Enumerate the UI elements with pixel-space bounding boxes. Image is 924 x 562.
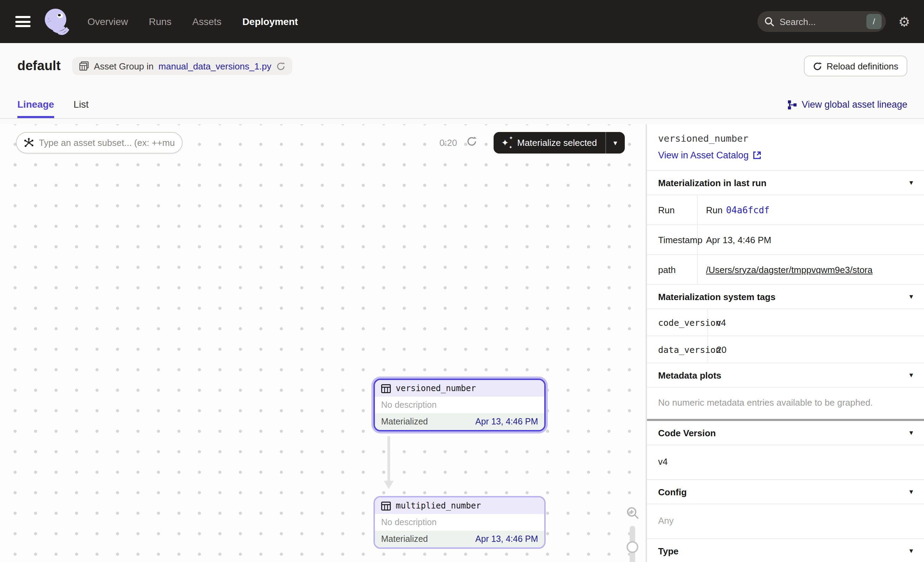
panel-head: versioned_number View in Asset Catalog xyxy=(647,124,924,170)
section-code-version[interactable]: Code Version ▼ xyxy=(647,421,924,445)
materialize-selected-button[interactable]: ✦✦✦ Materialize selected xyxy=(494,132,605,153)
section-title: Metadata plots xyxy=(658,370,721,380)
nav-item-assets[interactable]: Assets xyxy=(192,16,222,27)
asset-node-versioned-number[interactable]: versioned_number No description Material… xyxy=(374,379,546,431)
asset-group-icon xyxy=(80,61,89,71)
top-navbar: Overview Runs Assets Deployment / ⚙ xyxy=(0,0,924,43)
row-value: Run 04a6fcdf xyxy=(698,195,924,224)
graph-refresh-icon[interactable] xyxy=(466,136,477,147)
materialized-timestamp-link[interactable]: Apr 13, 4:46 PM xyxy=(475,534,538,544)
reload-definitions-button[interactable]: Reload definitions xyxy=(804,56,908,77)
row-key: Timestamp xyxy=(647,225,698,254)
section-config[interactable]: Config ▼ xyxy=(647,480,924,503)
chevron-down-icon: ▼ xyxy=(908,293,914,300)
nav-item-overview[interactable]: Overview xyxy=(87,16,128,27)
asset-node-title: versioned_number xyxy=(396,383,476,393)
zoom-slider-handle[interactable] xyxy=(627,541,638,553)
asset-detail-panel: versioned_number View in Asset Catalog M… xyxy=(646,124,924,562)
system-tags-table: code_version v4 data_version 20 xyxy=(647,308,924,363)
config-value: Any xyxy=(647,503,924,538)
reload-icon xyxy=(813,62,822,71)
asset-node-multiplied-number[interactable]: multiplied_number No description Materia… xyxy=(374,496,546,549)
section-system-tags[interactable]: Materialization system tags ▼ xyxy=(647,285,924,308)
view-global-asset-lineage-link[interactable]: View global asset lineage xyxy=(787,99,908,118)
table-icon xyxy=(381,501,391,510)
section-title: Materialization system tags xyxy=(658,292,776,302)
nav-item-runs[interactable]: Runs xyxy=(149,16,171,27)
tabs-row: Lineage List View global asset lineage xyxy=(0,86,924,119)
hamburger-menu-icon[interactable] xyxy=(15,16,30,27)
nav-item-deployment[interactable]: Deployment xyxy=(242,16,298,27)
table-icon xyxy=(381,384,391,393)
page-header: default Asset Group in manual_data_versi… xyxy=(0,43,924,86)
code-version-value: v4 xyxy=(647,445,924,479)
chevron-down-icon: ▼ xyxy=(908,372,914,379)
search-shortcut-badge: / xyxy=(866,14,882,29)
reload-definitions-label: Reload definitions xyxy=(826,61,898,71)
pill-refresh-icon[interactable] xyxy=(276,62,285,71)
section-title: Materialization in last run xyxy=(658,177,766,188)
asset-node-header: versioned_number xyxy=(375,380,544,397)
search-icon xyxy=(764,17,774,26)
table-row-data-version: data_version 20 xyxy=(647,336,924,363)
zoom-in-icon[interactable] xyxy=(626,505,639,520)
section-title: Type xyxy=(658,545,679,556)
table-row-path: path /Users/sryza/dagster/tmppvqwm9e3/st… xyxy=(647,255,924,285)
row-key: data_version xyxy=(647,336,708,363)
asset-node-status-row: Materialized Apr 13, 4:46 PM xyxy=(375,413,544,430)
table-row-run: Run Run 04a6fcdf xyxy=(647,195,924,225)
chevron-down-icon: ▼ xyxy=(908,429,914,436)
refresh-timer: 0:20 xyxy=(440,138,457,148)
asset-node-header: multiplied_number xyxy=(375,497,544,514)
lineage-edge-arrow xyxy=(384,436,394,490)
section-title: Code Version xyxy=(658,428,716,438)
asset-graph-icon xyxy=(24,138,34,148)
table-row-timestamp: Timestamp Apr 13, 4:46 PM xyxy=(647,225,924,255)
section-materialization-last-run[interactable]: Materialization in last run ▼ xyxy=(647,171,924,194)
sparkle-icon: ✦✦✦ xyxy=(502,138,512,148)
settings-gear-icon[interactable]: ⚙ xyxy=(898,15,910,28)
asset-group-file-link[interactable]: manual_data_versions_1.py xyxy=(159,61,272,71)
tab-lineage[interactable]: Lineage xyxy=(17,99,54,118)
run-prefix: Run xyxy=(706,204,723,215)
materialized-label: Materialized xyxy=(381,534,428,544)
section-metadata-plots[interactable]: Metadata plots ▼ xyxy=(647,363,924,387)
section-type[interactable]: Type ▼ xyxy=(647,539,924,562)
run-id-link[interactable]: 04a6fcdf xyxy=(726,204,770,215)
asset-subset-input[interactable] xyxy=(39,138,175,148)
dagster-logo-icon[interactable] xyxy=(42,7,71,36)
asset-subset-filter[interactable] xyxy=(16,132,183,153)
section-title: Config xyxy=(658,487,687,497)
asset-node-status-row: Materialized Apr 13, 4:46 PM xyxy=(375,531,544,547)
materialize-split-button: ✦✦✦ Materialize selected ▼ xyxy=(494,132,625,153)
materialize-dropdown-button[interactable]: ▼ xyxy=(605,132,625,153)
asset-node-title: multiplied_number xyxy=(396,501,481,511)
asset-group-pill: Asset Group in manual_data_versions_1.py xyxy=(72,57,292,75)
nav-items: Overview Runs Assets Deployment xyxy=(87,16,298,27)
asset-node-description: No description xyxy=(375,397,544,413)
zoom-slider[interactable] xyxy=(630,526,635,562)
table-row-code-version: code_version v4 xyxy=(647,309,924,336)
lineage-graph-icon xyxy=(787,100,797,110)
search-input[interactable] xyxy=(780,17,866,27)
row-value: v4 xyxy=(708,309,924,335)
materialization-table: Run Run 04a6fcdf Timestamp Apr 13, 4:46 … xyxy=(647,194,924,285)
chevron-down-icon: ▼ xyxy=(908,179,914,186)
view-in-asset-catalog-link[interactable]: View in Asset Catalog xyxy=(658,150,913,161)
materialized-label: Materialized xyxy=(381,417,428,427)
dagster-app: Overview Runs Assets Deployment / ⚙ defa… xyxy=(0,0,924,562)
row-value: Apr 13, 4:46 PM xyxy=(698,225,924,254)
chevron-down-icon: ▼ xyxy=(908,547,914,554)
chevron-down-icon: ▼ xyxy=(908,488,914,495)
materialized-timestamp-link[interactable]: Apr 13, 4:46 PM xyxy=(475,417,538,427)
global-search[interactable]: / xyxy=(758,11,886,32)
asset-node-description: No description xyxy=(375,514,544,531)
row-key: path xyxy=(647,255,698,284)
external-link-icon xyxy=(753,151,762,160)
tab-list[interactable]: List xyxy=(74,99,89,118)
asset-group-label: Asset Group in xyxy=(94,61,154,71)
panel-asset-name: versioned_number xyxy=(658,133,913,144)
path-link[interactable]: /Users/sryza/dagster/tmppvqwm9e3/stora xyxy=(706,264,873,275)
page-title: default xyxy=(17,59,61,74)
asset-graph-pane: 0:20 ✦✦✦ Materialize selected ▼ versione… xyxy=(0,124,646,562)
